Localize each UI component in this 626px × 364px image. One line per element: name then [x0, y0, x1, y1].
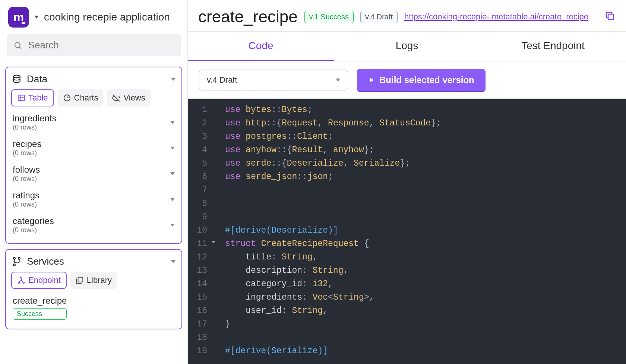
- app-logo[interactable]: m: [8, 7, 29, 28]
- chip-library[interactable]: Library: [70, 272, 117, 289]
- code-content: title: String,: [214, 250, 317, 264]
- code-content: [214, 210, 230, 224]
- toolbar: v.4 Draft Build selected version: [188, 61, 626, 99]
- code-line[interactable]: 1use bytes::Bytes;: [188, 103, 626, 116]
- table-meta: (0 rows): [13, 226, 54, 234]
- code-content: use serde_json::json;: [214, 170, 333, 183]
- sidebar-item-recipes[interactable]: recipes(0 rows): [11, 135, 176, 161]
- chip-table[interactable]: Table: [11, 89, 54, 106]
- code-content: description: String,: [214, 264, 348, 277]
- code-content: use anyhow::{Result, anyhow};: [214, 143, 374, 157]
- line-number: 4: [188, 143, 214, 157]
- chip-charts[interactable]: Charts: [58, 89, 104, 106]
- sidebar-item-follows[interactable]: follows(0 rows): [11, 161, 176, 186]
- code-content: use http::{Request, Response, StatusCode…: [214, 116, 441, 130]
- code-line[interactable]: 15 ingredients: Vec<String>,: [188, 291, 626, 304]
- code-line[interactable]: 8: [188, 197, 626, 210]
- code-content: #[derive(Deserialize)]: [214, 224, 338, 237]
- copy-icon: [604, 10, 616, 22]
- tabs: Code Logs Test Endpoint: [188, 32, 626, 61]
- code-line[interactable]: 12 title: String,: [188, 250, 626, 264]
- chevron-down-icon: [170, 121, 175, 124]
- tab-logs[interactable]: Logs: [334, 32, 480, 61]
- code-line[interactable]: 10#[derive(Deserialize)]: [188, 224, 626, 237]
- line-number: 8: [188, 197, 214, 210]
- chip-label: Library: [87, 275, 112, 285]
- sidebar-item-ingredients[interactable]: ingredients(0 rows): [11, 109, 176, 135]
- code-line[interactable]: 3use postgres::Client;: [188, 130, 626, 143]
- code-content: use bytes::Bytes;: [214, 103, 313, 116]
- code-line[interactable]: 14 category_id: i32,: [188, 277, 626, 291]
- services-panel-title: Services: [27, 256, 64, 267]
- chip-endpoint[interactable]: Endpoint: [11, 272, 67, 289]
- main-area: create_recipe v.1 Success v.4 Draft http…: [188, 0, 626, 364]
- app-header: m cooking recepie application: [5, 4, 182, 34]
- code-line[interactable]: 11struct CreateRecipeRequest {: [188, 237, 626, 250]
- svg-point-2: [13, 75, 20, 78]
- code-line[interactable]: 5use serde::{Deserialize, Serialize};: [188, 157, 626, 170]
- code-line[interactable]: 18: [188, 331, 626, 344]
- page-title: create_recipe: [198, 7, 298, 26]
- line-number: 2: [188, 116, 214, 130]
- code-line[interactable]: 19#[derive(Serialize)]: [188, 344, 626, 358]
- code-editor[interactable]: 1use bytes::Bytes;2use http::{Request, R…: [188, 99, 626, 364]
- tab-test-endpoint[interactable]: Test Endpoint: [480, 32, 626, 61]
- table-meta: (0 rows): [13, 149, 41, 157]
- version-draft-badge: v.4 Draft: [360, 11, 398, 23]
- endpoint-url-link[interactable]: https://cooking-recepie-.metatable.ai/cr…: [404, 12, 598, 22]
- copy-url-button[interactable]: [604, 10, 616, 23]
- svg-point-12: [18, 282, 20, 284]
- sidebar-item-categories[interactable]: categories(0 rows): [11, 212, 176, 238]
- search-icon: [13, 41, 22, 50]
- svg-line-1: [19, 47, 21, 48]
- build-button[interactable]: Build selected version: [357, 69, 486, 91]
- code-line[interactable]: 16 user_id: String,: [188, 304, 626, 317]
- line-number: 16: [188, 304, 214, 317]
- chart-icon: [63, 94, 71, 102]
- version-select-value: v.4 Draft: [207, 75, 237, 85]
- library-icon: [76, 276, 84, 284]
- code-content: user_id: String,: [214, 304, 328, 317]
- line-number: 7: [188, 183, 214, 197]
- code-content: [214, 183, 230, 197]
- code-content: #[derive(Serialize)]: [214, 344, 328, 358]
- line-number: 11: [188, 237, 214, 250]
- chevron-down-icon: [170, 147, 175, 150]
- fold-icon[interactable]: [212, 241, 215, 243]
- version-select[interactable]: v.4 Draft: [199, 70, 348, 90]
- search-input[interactable]: [28, 39, 174, 51]
- code-line[interactable]: 2use http::{Request, Response, StatusCod…: [188, 116, 626, 130]
- line-number: 15: [188, 291, 214, 304]
- code-line[interactable]: 9: [188, 210, 626, 224]
- line-number: 1: [188, 103, 214, 116]
- code-line[interactable]: 7: [188, 183, 626, 197]
- data-panel: Data Table Charts Views ingredients(0: [5, 67, 182, 244]
- svg-point-0: [15, 42, 20, 48]
- chip-label: Views: [123, 93, 145, 103]
- service-item-create_recipe[interactable]: create_recipeSuccess: [11, 292, 176, 323]
- sidebar: m cooking recepie application Data Table: [0, 0, 188, 364]
- line-number: 6: [188, 170, 214, 183]
- chip-views[interactable]: Views: [107, 89, 150, 106]
- code-content: use postgres::Client;: [214, 130, 333, 143]
- tab-code[interactable]: Code: [188, 32, 334, 61]
- app-name: cooking recepie application: [44, 11, 170, 23]
- build-button-label: Build selected version: [379, 75, 474, 85]
- service-name: create_recipe: [13, 296, 67, 306]
- sidebar-item-ratings[interactable]: ratings(0 rows): [11, 186, 176, 212]
- search-box[interactable]: [7, 34, 181, 56]
- line-number: 9: [188, 210, 214, 224]
- services-panel-caret-icon[interactable]: [171, 260, 176, 263]
- code-line[interactable]: 17}: [188, 317, 626, 331]
- code-line[interactable]: 4use anyhow::{Result, anyhow};: [188, 143, 626, 157]
- data-panel-caret-icon[interactable]: [171, 78, 176, 81]
- status-badge: Success: [13, 308, 67, 320]
- code-line[interactable]: 6use serde_json::json;: [188, 170, 626, 183]
- code-line[interactable]: 13 description: String,: [188, 264, 626, 277]
- app-menu-caret-icon[interactable]: [34, 16, 39, 19]
- main-header: create_recipe v.1 Success v.4 Draft http…: [188, 0, 626, 32]
- line-number: 19: [188, 344, 214, 358]
- table-name: ingredients: [13, 113, 56, 124]
- play-icon: [368, 77, 375, 83]
- line-number: 12: [188, 250, 214, 264]
